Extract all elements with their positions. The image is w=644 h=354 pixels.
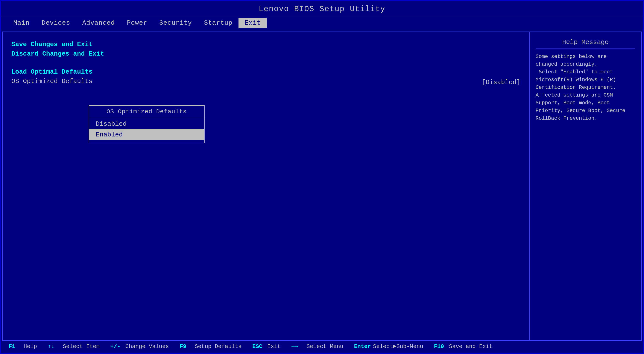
title-bar: Lenovo BIOS Setup Utility <box>1 1 643 16</box>
os-optimized-row[interactable]: OS Optimized Defaults [Disabled] <box>12 78 520 87</box>
key-esc-desc: Exit <box>267 343 280 350</box>
key-f1: F1 Help <box>8 343 37 350</box>
dropdown-title: OS Optimized Defaults <box>89 108 204 117</box>
load-optimal-defaults[interactable]: Load Optimal Defaults <box>12 68 520 75</box>
key-plusminus-desc: Change Values <box>125 343 169 350</box>
dropdown-enabled[interactable]: Enabled <box>89 129 204 140</box>
bottom-bar: F1 Help ↑↓ Select Item +/- Change Values… <box>2 341 642 352</box>
key-updown-label: ↑↓ <box>48 343 60 350</box>
help-title: Help Message <box>536 39 635 48</box>
key-leftright-desc: Select Menu <box>306 343 344 350</box>
key-leftright: ←→ Select Menu <box>292 343 344 350</box>
key-plusminus-label: +/- <box>110 343 123 350</box>
key-plusminus: +/- Change Values <box>110 343 169 350</box>
discard-changes-exit[interactable]: Discard Changes and Exit <box>12 50 520 57</box>
bios-title: Lenovo BIOS Setup Utility <box>259 5 385 13</box>
key-enter: Enter Select►Sub-Menu <box>354 343 423 350</box>
menu-security[interactable]: Security <box>153 18 198 28</box>
os-optimized-value: [Disabled] <box>482 79 520 86</box>
save-changes-exit[interactable]: Save Changes and Exit <box>12 41 520 48</box>
dropdown-disabled[interactable]: Disabled <box>89 119 204 129</box>
menu-advanced[interactable]: Advanced <box>76 18 121 28</box>
key-esc-label: ESC <box>252 343 265 350</box>
key-f1-desc: Help <box>24 343 37 350</box>
menu-main[interactable]: Main <box>7 18 36 28</box>
bios-screen: Lenovo BIOS Setup Utility Main Devices A… <box>0 0 644 354</box>
left-panel: Save Changes and Exit Discard Changes an… <box>3 32 530 340</box>
key-leftright-label: ←→ <box>292 343 304 350</box>
menu-power[interactable]: Power <box>121 18 153 28</box>
menu-bar[interactable]: Main Devices Advanced Power Security Sta… <box>1 16 643 30</box>
key-f1-label: F1 <box>8 343 22 350</box>
key-esc: ESC Exit <box>252 343 280 350</box>
key-f9-label: F9 <box>180 343 192 350</box>
key-enter-label: Enter <box>354 343 371 350</box>
menu-devices[interactable]: Devices <box>36 18 76 28</box>
key-f10-label: F10 <box>434 343 447 350</box>
key-f9: F9 Setup Defaults <box>180 343 242 350</box>
dropdown-popup[interactable]: OS Optimized Defaults Disabled Enabled <box>89 105 204 143</box>
key-enter-desc: Select►Sub-Menu <box>373 343 423 350</box>
key-updown: ↑↓ Select Item <box>48 343 100 350</box>
main-content: Save Changes and Exit Discard Changes an… <box>2 31 642 341</box>
key-f10: F10 Save and Exit <box>434 343 492 350</box>
key-f9-desc: Setup Defaults <box>195 343 242 350</box>
key-f10-desc: Save and Exit <box>449 343 492 350</box>
menu-exit[interactable]: Exit <box>238 18 267 28</box>
menu-startup[interactable]: Startup <box>198 18 238 28</box>
right-panel: Help Message Some settings below are cha… <box>530 32 641 340</box>
key-updown-desc: Select Item <box>63 343 100 350</box>
os-optimized-label[interactable]: OS Optimized Defaults <box>12 78 92 85</box>
help-text: Some settings below are changed accordin… <box>536 53 635 122</box>
